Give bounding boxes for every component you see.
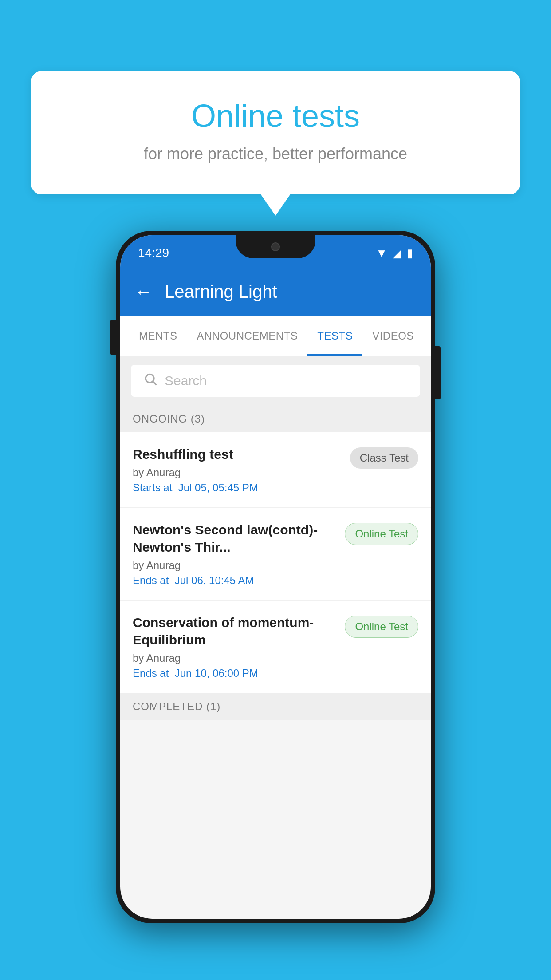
phone-notch	[236, 235, 315, 258]
test-list: Reshuffling test by Anurag Starts at Jul…	[120, 432, 431, 693]
speech-bubble-container: Online tests for more practice, better p…	[31, 71, 520, 194]
test-time-1: Starts at Jul 05, 05:45 PM	[133, 482, 341, 494]
completed-label: COMPLETED (1)	[133, 700, 220, 712]
search-bar[interactable]: Search	[131, 365, 420, 397]
app-bar: ← Learning Light	[120, 267, 431, 316]
test-author-2: by Anurag	[133, 559, 336, 572]
badge-online-test-3: Online Test	[345, 616, 418, 638]
search-icon	[143, 372, 157, 390]
badge-class-test-1: Class Test	[350, 447, 418, 469]
test-item-3[interactable]: Conservation of momentum-Equilibrium by …	[120, 601, 431, 693]
status-icons: ▼ ◢ ▮	[376, 246, 413, 260]
phone-screen: 14:29 ▼ ◢ ▮ ← Learning Light MENTS ANNOU…	[120, 235, 431, 919]
back-button[interactable]: ←	[134, 282, 152, 302]
tab-ments[interactable]: MENTS	[129, 316, 187, 356]
app-title: Learning Light	[165, 282, 277, 302]
tab-videos[interactable]: VIDEOS	[362, 316, 424, 356]
ongoing-label: ONGOING (3)	[133, 413, 205, 425]
test-info-3: Conservation of momentum-Equilibrium by …	[133, 614, 336, 680]
phone-outer: 14:29 ▼ ◢ ▮ ← Learning Light MENTS ANNOU…	[116, 231, 435, 923]
tabs-container: MENTS ANNOUNCEMENTS TESTS VIDEOS	[120, 316, 431, 356]
test-item-1[interactable]: Reshuffling test by Anurag Starts at Jul…	[120, 432, 431, 508]
test-author-1: by Anurag	[133, 466, 341, 479]
signal-icon: ◢	[393, 246, 401, 260]
wifi-icon: ▼	[376, 246, 387, 260]
badge-online-test-2: Online Test	[345, 523, 418, 545]
battery-icon: ▮	[407, 246, 413, 260]
ongoing-section-header: ONGOING (3)	[120, 406, 431, 432]
search-placeholder: Search	[165, 373, 207, 388]
phone-mockup: 14:29 ▼ ◢ ▮ ← Learning Light MENTS ANNOU…	[116, 231, 435, 923]
bubble-subtitle: for more practice, better performance	[67, 145, 484, 163]
bubble-title: Online tests	[67, 98, 484, 134]
tab-tests[interactable]: TESTS	[307, 316, 362, 356]
test-author-3: by Anurag	[133, 652, 336, 664]
test-time-2: Ends at Jul 06, 10:45 AM	[133, 574, 336, 587]
test-name-3: Conservation of momentum-Equilibrium	[133, 614, 336, 648]
svg-point-0	[146, 374, 154, 383]
front-camera	[271, 242, 280, 251]
test-item-2[interactable]: Newton's Second law(contd)-Newton's Thir…	[120, 508, 431, 601]
completed-section-header: COMPLETED (1)	[120, 693, 431, 720]
test-name-1: Reshuffling test	[133, 446, 341, 463]
test-time-3: Ends at Jun 10, 06:00 PM	[133, 667, 336, 680]
status-time: 14:29	[138, 246, 169, 260]
tab-announcements[interactable]: ANNOUNCEMENTS	[187, 316, 308, 356]
test-info-1: Reshuffling test by Anurag Starts at Jul…	[133, 446, 341, 494]
test-name-2: Newton's Second law(contd)-Newton's Thir…	[133, 521, 336, 556]
test-info-2: Newton's Second law(contd)-Newton's Thir…	[133, 521, 336, 587]
svg-line-1	[153, 382, 156, 385]
speech-bubble: Online tests for more practice, better p…	[31, 71, 520, 194]
search-container: Search	[120, 356, 431, 406]
